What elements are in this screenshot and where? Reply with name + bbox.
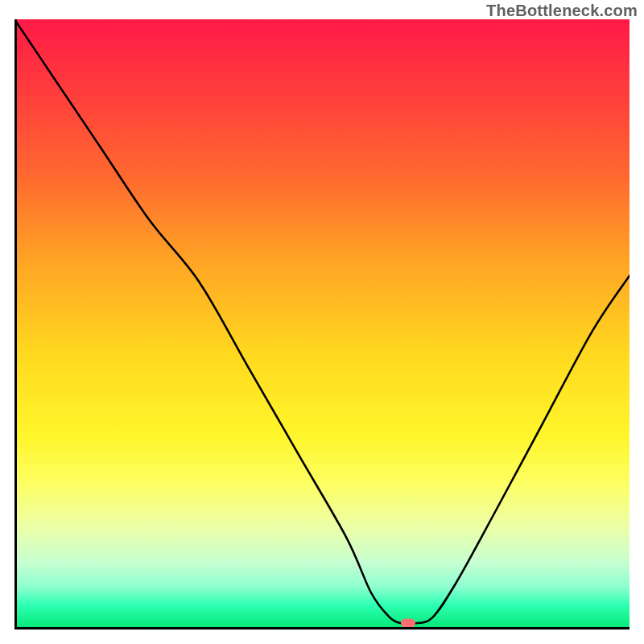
plot-area bbox=[14, 19, 630, 630]
chart-container: TheBottleneck.com bbox=[0, 0, 644, 644]
attribution-text: TheBottleneck.com bbox=[486, 2, 638, 20]
axes-frame bbox=[14, 19, 630, 630]
